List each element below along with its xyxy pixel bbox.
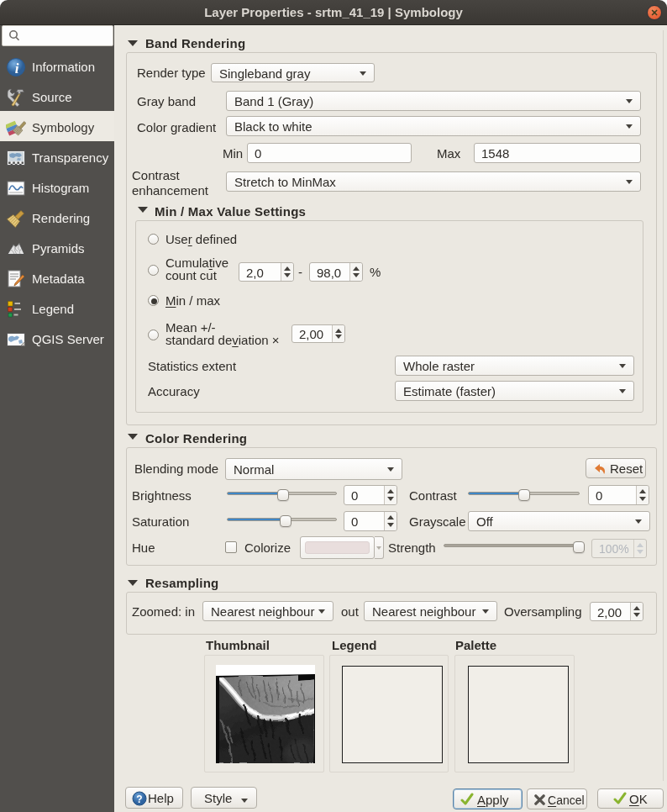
svg-text:?: ? [136,794,142,805]
svg-text:i: i [15,61,19,76]
